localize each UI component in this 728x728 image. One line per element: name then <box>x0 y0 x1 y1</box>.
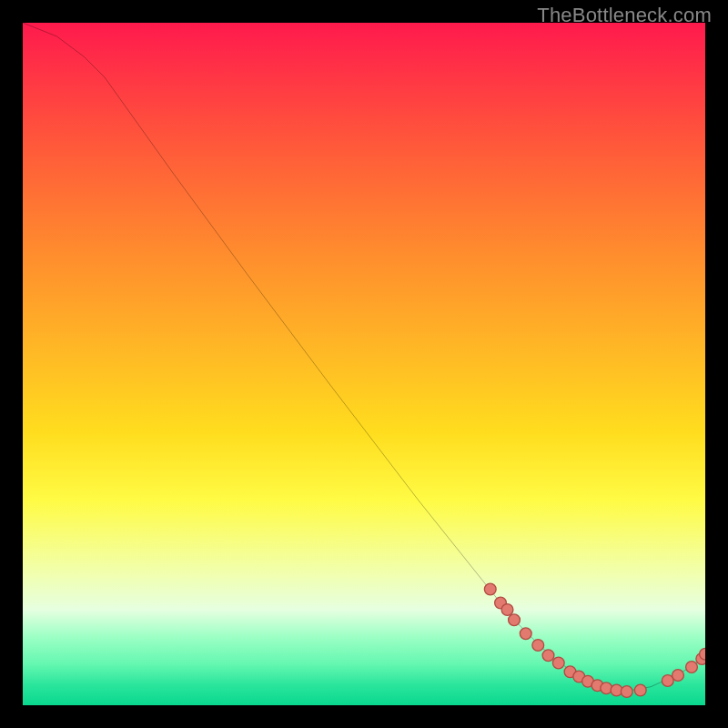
curve-layer <box>23 23 705 705</box>
data-dots <box>484 583 705 697</box>
data-dot <box>686 662 698 673</box>
data-dot <box>634 684 646 696</box>
data-dot <box>621 686 632 698</box>
data-dot <box>700 648 705 660</box>
data-dot <box>509 614 521 626</box>
data-dot <box>542 650 554 662</box>
data-dot <box>520 628 531 640</box>
data-dot <box>601 682 612 694</box>
data-dot <box>484 583 496 595</box>
chart-frame: { "watermark": "TheBottleneck.com", "col… <box>0 0 728 728</box>
bottleneck-curve <box>23 23 705 692</box>
data-dot <box>672 670 684 682</box>
data-dot <box>532 640 544 652</box>
plot-area <box>23 23 705 705</box>
data-dot <box>501 604 513 616</box>
data-dot <box>552 657 564 669</box>
